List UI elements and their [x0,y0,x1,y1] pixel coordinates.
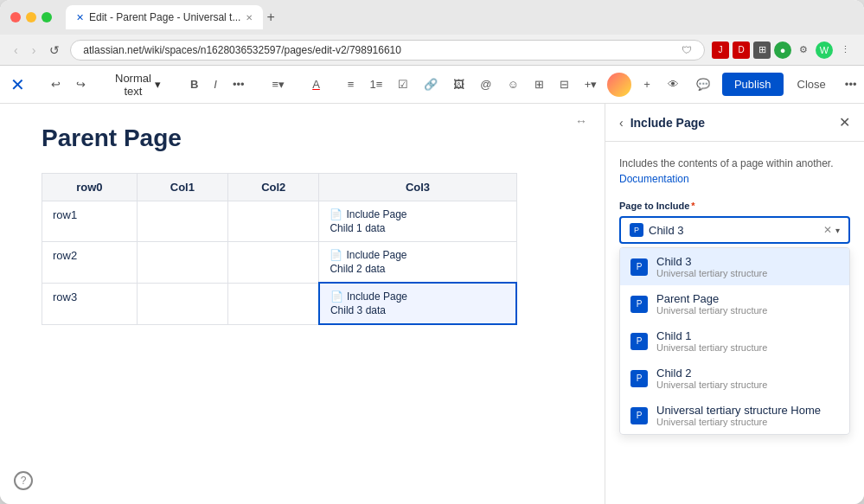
expand-icon[interactable]: ↔ [575,114,587,128]
row2-col3[interactable]: 📄 Include Page Child 2 data [319,242,516,284]
clear-selection-icon[interactable]: ✕ [823,224,832,236]
publish-button[interactable]: Publish [722,73,784,96]
row1-col1 [137,201,227,242]
task-button[interactable]: ☑ [393,74,413,94]
layout-button[interactable]: ⊟ [554,74,574,94]
new-tab-button[interactable]: + [266,10,274,25]
select-actions: ✕ ▾ [823,224,840,236]
close-traffic-light[interactable] [10,12,21,22]
image-button[interactable]: 🖼 [448,74,470,94]
more-options-button[interactable]: ••• [840,74,862,94]
dropdown-item-child3[interactable]: P Child 3 Universal tertiary structure [620,248,849,285]
table-row: row3 📄 Include Page Child 3 data [42,283,517,324]
toolbar: ✕ ↩ ↪ Normal text ▾ B I ••• ≡▾ A ≡ 1≡ ☑ … [0,66,864,104]
extension-icon-1[interactable]: J [712,41,729,59]
minimize-traffic-light[interactable] [26,12,36,22]
tab-area: ✕ Edit - Parent Page - Universal t... ✕ … [66,5,854,29]
forward-button[interactable]: › [29,41,40,59]
include-header-row1: 📄 Include Page [330,208,505,220]
table-header-row: row0 Col1 Col2 Col3 [42,174,517,201]
row2-col0: row2 [42,242,138,284]
reload-button[interactable]: ↺ [46,41,63,59]
dropdown-menu: P Child 3 Universal tertiary structure P… [619,247,850,435]
app-window: ✕ Edit - Parent Page - Universal t... ✕ … [0,0,864,504]
include-page-panel: ‹ Include Page ✕ Includes the contents o… [605,104,864,504]
tab-close-icon[interactable]: ✕ [246,13,253,22]
traffic-lights [10,12,52,22]
text-style-label: Normal text [115,72,151,98]
dropdown-item-name: Parent Page [656,292,767,305]
dropdown-item-sub: Universal tertiary structure [656,380,767,390]
dropdown-item-sub: Universal tertiary structure [656,305,767,316]
panel-title-area: ‹ Include Page [619,116,705,130]
dropdown-item-sub: Universal tertiary structure [656,417,821,427]
row1-col3[interactable]: 📄 Include Page Child 1 data [319,201,516,242]
dropdown-item-sub: Universal tertiary structure [656,268,767,278]
extension-icon-2[interactable]: D [733,41,750,59]
doc-link[interactable]: Documentation [619,173,689,185]
row3-col2 [228,283,319,324]
header-col2: Col2 [228,174,319,201]
add-people-button[interactable]: + [638,74,656,94]
text-style-dropdown[interactable]: Normal text ▾ [108,68,168,101]
redo-button[interactable]: ↪ [71,74,91,94]
extension-icon-3[interactable]: ⊞ [753,41,771,59]
row3-col1 [137,283,227,324]
table-row: row1 📄 Include Page Child 1 data [42,201,517,242]
confluence-logo: ✕ [10,74,25,95]
help-icon[interactable]: ? [14,471,33,490]
maximize-traffic-light[interactable] [42,12,52,22]
link-button[interactable]: 🔗 [419,74,443,94]
include-label-row2: Include Page [346,249,406,261]
panel-back-button[interactable]: ‹ [619,116,624,130]
include-data-row3: Child 3 data [330,304,505,316]
url-bar[interactable]: atlassian.net/wiki/spaces/n1628036532597… [70,40,705,61]
numbered-list-button[interactable]: 1≡ [364,74,387,94]
page-title: Parent Page [42,124,563,152]
row1-col2 [228,201,319,242]
bullet-list-button[interactable]: ≡ [342,74,360,94]
table-button[interactable]: ⊞ [529,74,549,94]
include-page-icon-3: 📄 [330,290,343,303]
include-data-row2: Child 2 data [330,263,505,275]
editor: ↔ Parent Page row0 Col1 Col2 Col3 row1 [0,104,605,504]
menu-button[interactable]: ⋮ [836,41,854,59]
undo-button[interactable]: ↩ [46,74,66,94]
dropdown-item-parent[interactable]: P Parent Page Universal tertiary structu… [620,285,849,322]
url-text: atlassian.net/wiki/spaces/n1628036532597… [83,44,676,56]
extension-icon-5[interactable]: ⚙ [795,41,812,59]
active-tab[interactable]: ✕ Edit - Parent Page - Universal t... ✕ [66,5,263,29]
align-button[interactable]: ≡▾ [267,74,291,94]
italic-button[interactable]: I [208,74,222,94]
emoji-status-button[interactable]: 💬 [691,74,715,94]
dropdown-item-name: Universal tertiary structure Home [656,404,821,417]
field-label: Page to Include * [619,201,850,211]
select-value: P Child 3 [630,223,823,237]
dropdown-item-child2[interactable]: P Child 2 Universal tertiary structure [620,360,849,397]
shield-icon: 🛡 [682,44,692,56]
more-format-button[interactable]: ••• [227,74,250,94]
extension-icon-4[interactable]: ● [774,41,791,59]
dropdown-item-text-home: Universal tertiary structure Home Univer… [656,404,821,427]
bold-button[interactable]: B [185,74,203,94]
panel-close-button[interactable]: ✕ [839,114,850,131]
close-button[interactable]: Close [790,73,833,96]
row3-col0: row3 [42,283,138,324]
more-insert-button[interactable]: +▾ [579,74,603,94]
emoji-button[interactable]: ☺ [502,74,523,94]
dropdown-item-home[interactable]: P Universal tertiary structure Home Univ… [620,397,849,434]
row3-col3[interactable]: 📄 Include Page Child 3 data [319,283,516,324]
dropdown-item-child1[interactable]: P Child 1 Universal tertiary structure [620,322,849,360]
dropdown-item-text-child2: Child 2 Universal tertiary structure [656,367,767,390]
panel-header: ‹ Include Page ✕ [605,104,864,142]
extension-icon-6[interactable]: W [816,41,833,59]
mention-button[interactable]: @ [475,74,496,94]
panel-title: Include Page [630,116,705,130]
back-button[interactable]: ‹ [10,41,22,59]
page-select-field[interactable]: P Child 3 ✕ ▾ [619,216,850,244]
panel-description: Includes the contents of a page within a… [619,156,850,187]
color-button[interactable]: A [307,74,325,94]
view-button[interactable]: 👁 [662,74,684,94]
include-header-row2: 📄 Include Page [330,249,505,261]
header-col3: Col3 [319,174,516,201]
